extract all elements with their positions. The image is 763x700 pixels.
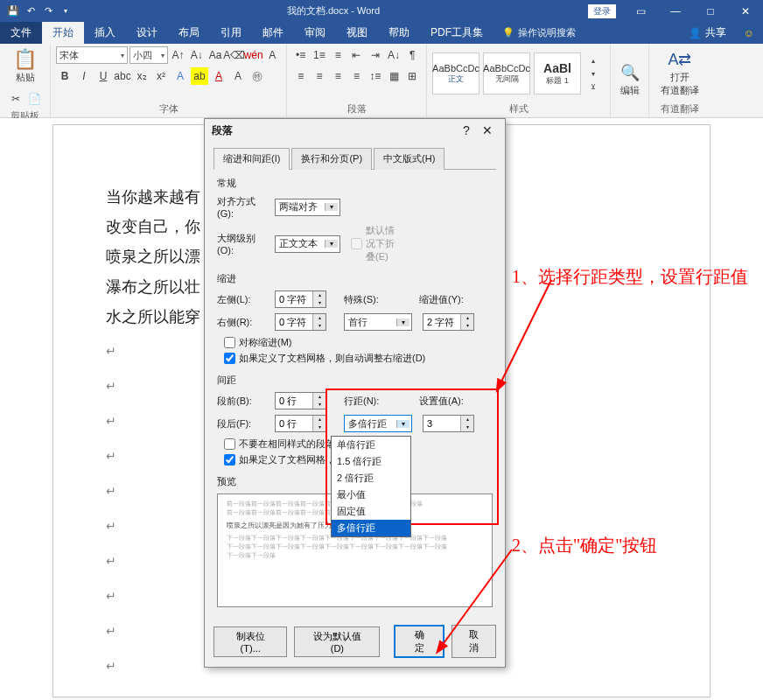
auto-adjust-checkbox[interactable] bbox=[224, 353, 235, 364]
line-spacing-icon[interactable]: ↕≡ bbox=[367, 67, 383, 85]
set-value-spinner[interactable]: ▴▾ bbox=[423, 415, 474, 432]
tab-references[interactable]: 引用 bbox=[210, 22, 252, 44]
line-spacing-combo[interactable]: 多倍行距▾ bbox=[344, 415, 412, 432]
align-left-icon[interactable]: ≡ bbox=[292, 67, 309, 85]
mirror-indent-checkbox[interactable] bbox=[224, 337, 235, 348]
collapse-checkbox[interactable] bbox=[351, 238, 362, 249]
shrink-font-icon[interactable]: A↓ bbox=[188, 46, 205, 64]
strikethrough-icon[interactable]: abc bbox=[114, 67, 131, 85]
styles-down-icon[interactable]: ▾ bbox=[584, 67, 602, 80]
set-default-button[interactable]: 设为默认值(D) bbox=[294, 626, 380, 657]
styles-more-icon[interactable]: ⊻ bbox=[584, 80, 602, 93]
option-min[interactable]: 最小值 bbox=[332, 486, 410, 503]
smiley-icon[interactable]: ☺ bbox=[735, 22, 763, 44]
alignment-combo[interactable]: 两端对齐▾ bbox=[275, 199, 340, 216]
bullets-icon[interactable]: •≡ bbox=[292, 46, 309, 64]
outline-combo[interactable]: 正文文本▾ bbox=[275, 235, 340, 253]
enclose-icon[interactable]: ㊕ bbox=[248, 67, 266, 85]
tab-indent-spacing[interactable]: 缩进和间距(I) bbox=[214, 148, 290, 170]
clear-format-icon[interactable]: A⌫ bbox=[226, 46, 243, 64]
close-icon[interactable]: ✕ bbox=[728, 0, 763, 22]
increase-indent-icon[interactable]: ⇥ bbox=[367, 46, 383, 64]
borders-icon[interactable]: ⊞ bbox=[404, 67, 421, 85]
tab-help[interactable]: 帮助 bbox=[378, 22, 420, 44]
undo-icon[interactable]: ↶ bbox=[23, 4, 38, 19]
tab-mailings[interactable]: 邮件 bbox=[252, 22, 294, 44]
tabs-button[interactable]: 制表位(T)... bbox=[214, 626, 287, 657]
option-fixed[interactable]: 固定值 bbox=[332, 503, 410, 520]
bold-icon[interactable]: B bbox=[56, 67, 74, 85]
underline-icon[interactable]: U bbox=[94, 67, 112, 85]
option-multiple[interactable]: 多倍行距 bbox=[332, 520, 410, 536]
tab-line-page[interactable]: 换行和分页(P) bbox=[291, 148, 372, 170]
redo-icon[interactable]: ↷ bbox=[40, 4, 56, 19]
tab-insert[interactable]: 插入 bbox=[84, 22, 126, 44]
show-marks-icon[interactable]: ¶ bbox=[404, 46, 421, 64]
indent-right-spinner[interactable]: ▴▾ bbox=[275, 313, 326, 331]
superscript-icon[interactable]: x² bbox=[152, 67, 170, 85]
special-indent-combo[interactable]: 首行▾ bbox=[344, 313, 412, 331]
subscript-icon[interactable]: x₂ bbox=[133, 67, 150, 85]
tab-design[interactable]: 设计 bbox=[126, 22, 168, 44]
font-name-combo[interactable]: 宋体▾ bbox=[56, 46, 128, 64]
paste-button[interactable]: 📋 粘贴 bbox=[10, 46, 40, 86]
indent-left-spinner[interactable]: ▴▾ bbox=[275, 290, 326, 308]
font-color-icon[interactable]: A bbox=[210, 67, 228, 85]
styles-up-icon[interactable]: ▴ bbox=[584, 54, 602, 66]
share-icon: 👤 bbox=[689, 27, 702, 39]
decrease-indent-icon[interactable]: ⇤ bbox=[348, 46, 365, 64]
ok-button[interactable]: 确定 bbox=[394, 625, 444, 658]
line-spacing-dropdown: 单倍行距 1.5 倍行距 2 倍行距 最小值 固定值 多倍行距 bbox=[331, 436, 411, 537]
tab-view[interactable]: 视图 bbox=[336, 22, 378, 44]
close-dialog-icon[interactable]: ✕ bbox=[477, 123, 498, 137]
phonetic-icon[interactable]: wén bbox=[245, 46, 262, 64]
tell-me-search[interactable]: 💡 操作说明搜索 bbox=[494, 22, 584, 44]
translate-button[interactable]: A⇄ 打开 有道翻译 bbox=[655, 48, 704, 99]
justify-icon[interactable]: ≡ bbox=[348, 67, 365, 85]
tab-review[interactable]: 审阅 bbox=[294, 22, 336, 44]
tab-pdf[interactable]: PDF工具集 bbox=[420, 22, 494, 44]
style-normal[interactable]: AaBbCcDc 正文 bbox=[432, 52, 480, 94]
numbering-icon[interactable]: 1≡ bbox=[311, 46, 327, 64]
ribbon-options-icon[interactable]: ▭ bbox=[623, 0, 658, 22]
tab-layout[interactable]: 布局 bbox=[168, 22, 210, 44]
sort-icon[interactable]: A↓ bbox=[385, 46, 402, 64]
snap-grid-checkbox[interactable] bbox=[224, 454, 235, 466]
qat-dropdown-icon[interactable]: ▾ bbox=[58, 4, 74, 19]
minimize-icon[interactable]: — bbox=[658, 0, 693, 22]
font-size-combo[interactable]: 小四▾ bbox=[130, 46, 168, 64]
indent-by-spinner[interactable]: ▴▾ bbox=[423, 313, 474, 331]
tab-file[interactable]: 文件 bbox=[0, 22, 42, 44]
no-space-checkbox[interactable] bbox=[224, 438, 235, 450]
shading-icon[interactable]: ▦ bbox=[385, 67, 402, 85]
tab-asian[interactable]: 中文版式(H) bbox=[374, 148, 444, 170]
cut-icon[interactable]: ✂ bbox=[7, 90, 24, 108]
multilevel-icon[interactable]: ≡ bbox=[330, 46, 346, 64]
align-right-icon[interactable]: ≡ bbox=[330, 67, 346, 85]
option-single[interactable]: 单倍行距 bbox=[332, 437, 410, 453]
copy-icon[interactable]: 📄 bbox=[26, 90, 44, 108]
help-icon[interactable]: ? bbox=[456, 123, 477, 137]
edit-button[interactable]: 🔍 编辑 bbox=[615, 61, 645, 99]
cancel-button[interactable]: 取消 bbox=[452, 625, 496, 658]
change-case-icon[interactable]: Aa bbox=[206, 46, 223, 64]
italic-icon[interactable]: I bbox=[75, 67, 93, 85]
style-heading1[interactable]: AaBl 标题 1 bbox=[534, 52, 581, 94]
space-before-spinner[interactable]: ▴▾ bbox=[275, 392, 326, 410]
style-nospacing[interactable]: AaBbCcDc 无间隔 bbox=[483, 52, 530, 94]
maximize-icon[interactable]: □ bbox=[693, 0, 728, 22]
highlight-icon[interactable]: ab bbox=[191, 67, 208, 85]
align-center-icon[interactable]: ≡ bbox=[311, 67, 327, 85]
option-double[interactable]: 2 倍行距 bbox=[332, 470, 410, 486]
char-shading-icon[interactable]: A bbox=[229, 67, 247, 85]
dialog-titlebar[interactable]: 段落 ? ✕ bbox=[205, 119, 505, 142]
space-after-spinner[interactable]: ▴▾ bbox=[275, 415, 326, 432]
text-effects-icon[interactable]: A bbox=[172, 67, 189, 85]
tab-home[interactable]: 开始 bbox=[42, 22, 84, 44]
save-icon[interactable]: 💾 bbox=[5, 4, 21, 19]
char-border-icon[interactable]: A bbox=[264, 46, 281, 64]
login-button[interactable]: 登录 bbox=[588, 4, 616, 18]
share-button[interactable]: 👤 共享 bbox=[680, 22, 735, 44]
option-1-5[interactable]: 1.5 倍行距 bbox=[332, 453, 410, 470]
grow-font-icon[interactable]: A↑ bbox=[170, 46, 186, 64]
